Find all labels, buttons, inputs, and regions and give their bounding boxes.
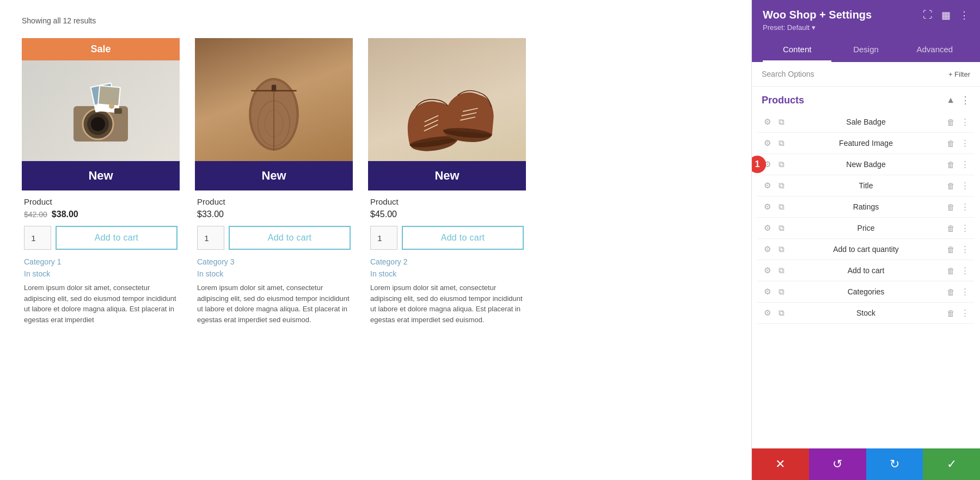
gear-icon-ratings[interactable]: ⚙ bbox=[762, 202, 773, 212]
gear-icon-stock[interactable]: ⚙ bbox=[762, 308, 773, 318]
copy-icon-add-to-cart-qty[interactable]: ⧉ bbox=[776, 244, 787, 254]
copy-icon-featured-image[interactable]: ⧉ bbox=[776, 138, 787, 148]
delete-icon-categories[interactable]: 🗑 bbox=[945, 287, 956, 297]
price-new-1: $38.00 bbox=[52, 210, 78, 219]
copy-icon-ratings[interactable]: ⧉ bbox=[776, 202, 787, 212]
gear-icon-add-to-cart[interactable]: ⚙ bbox=[762, 266, 773, 275]
more-icon-title[interactable]: ⋮ bbox=[959, 181, 970, 190]
new-badge-2: New bbox=[195, 161, 353, 190]
ellipsis-icon[interactable]: ⋮ bbox=[959, 9, 969, 21]
delete-icon-new-badge[interactable]: 🗑 bbox=[945, 160, 956, 169]
delete-icon-featured-image[interactable]: 🗑 bbox=[945, 139, 956, 148]
item-icons-title: ⚙ ⧉ bbox=[762, 181, 787, 190]
item-label-ratings: Ratings bbox=[791, 202, 941, 211]
item-icons-add-to-cart: ⚙ ⧉ bbox=[762, 266, 787, 275]
copy-icon-add-to-cart[interactable]: ⧉ bbox=[776, 266, 787, 275]
bag-svg bbox=[230, 60, 317, 169]
copy-icon-categories[interactable]: ⧉ bbox=[776, 287, 787, 297]
more-icon-price[interactable]: ⋮ bbox=[959, 223, 970, 233]
list-item-featured-image: ⚙ ⧉ Featured Image 🗑 ⋮ bbox=[757, 133, 975, 154]
gear-icon-categories[interactable]: ⚙ bbox=[762, 287, 773, 297]
list-item-add-to-cart-qty: ⚙ ⧉ Add to cart quantity 🗑 ⋮ bbox=[757, 239, 975, 260]
undo-button[interactable]: ↺ bbox=[809, 448, 866, 480]
list-item-ratings: ⚙ ⧉ Ratings 🗑 ⋮ bbox=[757, 196, 975, 218]
columns-icon[interactable]: ▦ bbox=[941, 9, 951, 21]
screen-icon[interactable]: ⛶ bbox=[923, 9, 933, 21]
product-price-2: $33.00 bbox=[197, 210, 351, 219]
delete-icon-stock[interactable]: 🗑 bbox=[945, 309, 956, 318]
delete-icon-title[interactable]: 🗑 bbox=[945, 181, 956, 190]
product-category-2[interactable]: Category 3 bbox=[197, 257, 351, 266]
gear-icon-sale-badge[interactable]: ⚙ bbox=[762, 117, 773, 127]
item-label-featured-image: Featured Image bbox=[791, 139, 941, 147]
qty-input-1[interactable] bbox=[24, 226, 51, 250]
product-price-1: $42.00 $38.00 bbox=[24, 210, 177, 219]
item-actions-title: 🗑 ⋮ bbox=[945, 181, 970, 190]
product-category-3[interactable]: Category 2 bbox=[370, 257, 524, 266]
item-label-title: Title bbox=[791, 181, 941, 190]
preset-chevron: ▾ bbox=[812, 23, 816, 32]
product-name-3: Product bbox=[370, 197, 524, 206]
copy-icon-sale-badge[interactable]: ⧉ bbox=[776, 117, 787, 127]
more-icon-featured-image[interactable]: ⋮ bbox=[959, 138, 970, 148]
products-grid: Sale bbox=[22, 38, 730, 331]
more-icon-categories[interactable]: ⋮ bbox=[959, 287, 970, 297]
delete-icon-ratings[interactable]: 🗑 bbox=[945, 202, 956, 212]
tab-advanced[interactable]: Advanced bbox=[901, 38, 969, 62]
qty-input-3[interactable] bbox=[370, 226, 397, 250]
product-info-2: Product $33.00 Add to cart Category 3 In… bbox=[195, 190, 353, 331]
svg-rect-7 bbox=[99, 87, 120, 106]
cancel-button[interactable]: ✕ bbox=[752, 448, 809, 480]
item-icons-featured-image: ⚙ ⧉ bbox=[762, 138, 787, 148]
tab-design[interactable]: Design bbox=[831, 38, 900, 62]
copy-icon-new-badge[interactable]: ⧉ bbox=[776, 159, 787, 169]
gear-icon-add-to-cart-qty[interactable]: ⚙ bbox=[762, 244, 773, 254]
save-button[interactable]: ✓ bbox=[923, 448, 980, 480]
filter-button[interactable]: + Filter bbox=[948, 70, 970, 78]
redo-button[interactable]: ↻ bbox=[866, 448, 923, 480]
product-info-1: Product $42.00 $38.00 Add to cart Catego… bbox=[22, 190, 180, 331]
panel-preset[interactable]: Preset: Default ▾ bbox=[763, 23, 969, 32]
product-category-1[interactable]: Category 1 bbox=[24, 257, 177, 266]
delete-icon-add-to-cart[interactable]: 🗑 bbox=[945, 266, 956, 275]
section-chevron-icon[interactable]: ▲ bbox=[946, 95, 955, 105]
item-icons-sale-badge: ⚙ ⧉ bbox=[762, 117, 787, 127]
item-icons-price: ⚙ ⧉ bbox=[762, 223, 787, 233]
qty-input-2[interactable] bbox=[197, 226, 224, 250]
section-dots-icon[interactable]: ⋮ bbox=[960, 94, 970, 106]
delete-icon-price[interactable]: 🗑 bbox=[945, 224, 956, 233]
more-icon-sale-badge[interactable]: ⋮ bbox=[959, 117, 970, 127]
svg-rect-13 bbox=[272, 85, 276, 92]
delete-icon-add-to-cart-qty[interactable]: 🗑 bbox=[945, 245, 956, 254]
item-icons-categories: ⚙ ⧉ bbox=[762, 287, 787, 297]
shoes-svg bbox=[398, 65, 496, 163]
more-icon-add-to-cart-qty[interactable]: ⋮ bbox=[959, 244, 970, 254]
gear-icon-featured-image[interactable]: ⚙ bbox=[762, 138, 773, 148]
svg-point-3 bbox=[91, 117, 105, 131]
gear-icon-price[interactable]: ⚙ bbox=[762, 223, 773, 233]
section-header-icons: ▲ ⋮ bbox=[946, 94, 970, 106]
more-icon-add-to-cart[interactable]: ⋮ bbox=[959, 266, 970, 275]
more-icon-stock[interactable]: ⋮ bbox=[959, 308, 970, 318]
add-to-cart-row-2: Add to cart bbox=[197, 226, 351, 250]
product-name-1: Product bbox=[24, 197, 177, 206]
new-badge-number-circle: 1 bbox=[752, 156, 766, 173]
add-to-cart-btn-2[interactable]: Add to cart bbox=[229, 226, 351, 250]
more-icon-ratings[interactable]: ⋮ bbox=[959, 202, 970, 212]
gear-icon-title[interactable]: ⚙ bbox=[762, 181, 773, 190]
right-panel: Woo Shop + Settings ⛶ ▦ ⋮ Preset: Defaul… bbox=[751, 0, 980, 480]
sale-badge-1: Sale bbox=[22, 38, 180, 60]
product-name-2: Product bbox=[197, 197, 351, 206]
copy-icon-stock[interactable]: ⧉ bbox=[776, 308, 787, 318]
add-to-cart-btn-3[interactable]: Add to cart bbox=[402, 226, 524, 250]
delete-icon-sale-badge[interactable]: 🗑 bbox=[945, 118, 956, 127]
item-icons-add-to-cart-qty: ⚙ ⧉ bbox=[762, 244, 787, 254]
item-label-price: Price bbox=[791, 224, 941, 232]
add-to-cart-btn-1[interactable]: Add to cart bbox=[56, 226, 177, 250]
tab-content[interactable]: Content bbox=[763, 38, 831, 62]
item-label-categories: Categories bbox=[791, 287, 941, 296]
copy-icon-price[interactable]: ⧉ bbox=[776, 223, 787, 233]
more-icon-new-badge[interactable]: ⋮ bbox=[959, 159, 970, 169]
item-actions-price: 🗑 ⋮ bbox=[945, 223, 970, 233]
copy-icon-title[interactable]: ⧉ bbox=[776, 181, 787, 190]
